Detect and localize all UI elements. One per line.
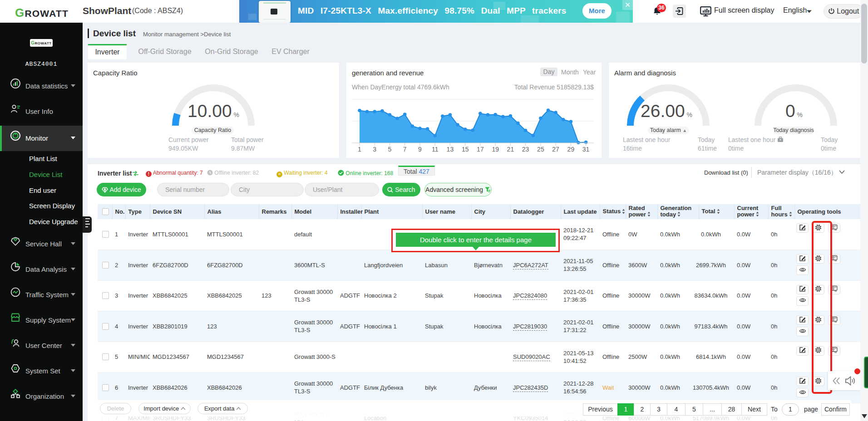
svg-text:21: 21 — [507, 146, 514, 153]
svg-text:29: 29 — [567, 146, 575, 153]
svg-text:15: 15 — [462, 146, 469, 153]
svg-text:11: 11 — [432, 146, 439, 153]
svg-text:17: 17 — [477, 146, 484, 153]
svg-text:31: 31 — [582, 146, 590, 153]
svg-text:1: 1 — [358, 146, 361, 153]
svg-text:13: 13 — [447, 146, 454, 153]
svg-text:27: 27 — [552, 146, 559, 153]
svg-text:7: 7 — [403, 146, 407, 153]
svg-text:23: 23 — [522, 146, 529, 153]
svg-text:3: 3 — [373, 146, 376, 153]
svg-text:19: 19 — [492, 146, 499, 153]
svg-text:5: 5 — [388, 146, 392, 153]
svg-text:9: 9 — [418, 146, 422, 153]
svg-text:25: 25 — [537, 146, 544, 153]
